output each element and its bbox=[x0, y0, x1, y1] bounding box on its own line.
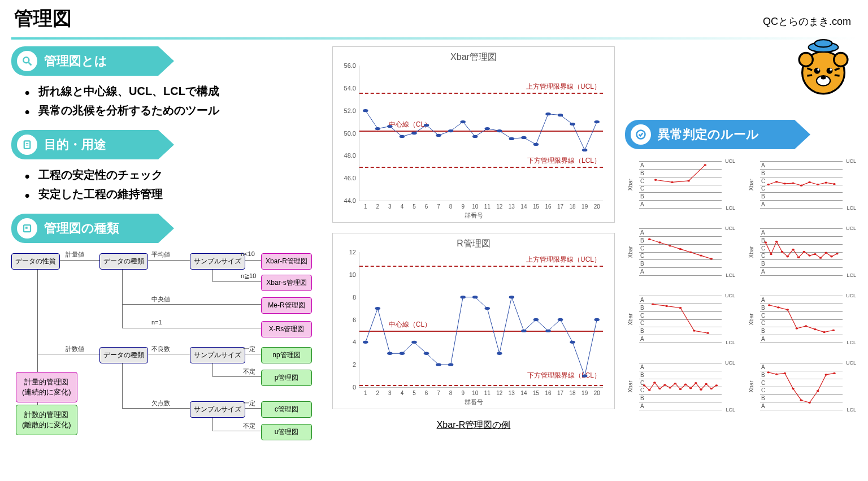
chart-title: R管理図 bbox=[340, 238, 607, 250]
edge-label: 平均値 bbox=[151, 250, 170, 259]
magnify-icon bbox=[17, 51, 37, 71]
svg-point-49 bbox=[834, 53, 848, 66]
svg-point-14 bbox=[448, 129, 453, 132]
svg-point-52 bbox=[814, 68, 821, 74]
svg-point-97 bbox=[706, 332, 709, 334]
svg-point-26 bbox=[594, 120, 599, 123]
svg-point-77 bbox=[700, 254, 702, 256]
svg-point-113 bbox=[679, 388, 682, 390]
heading-text: 目的・用途 bbox=[44, 136, 106, 153]
svg-point-115 bbox=[689, 387, 692, 389]
legend-quant: 計量的管理図(連続的に変化) bbox=[16, 372, 77, 402]
svg-point-8 bbox=[375, 127, 380, 130]
svg-point-102 bbox=[805, 325, 808, 327]
svg-point-38 bbox=[497, 352, 502, 355]
bullet: 異常の兆候を分析するためのツール bbox=[23, 101, 322, 120]
page-title: 管理図 bbox=[14, 6, 72, 32]
svg-point-17 bbox=[485, 127, 490, 130]
divider bbox=[11, 37, 857, 40]
edge-label: 計数値 bbox=[66, 345, 84, 353]
tree-node-datakind2: データの種類 bbox=[99, 347, 148, 363]
svg-point-46 bbox=[594, 318, 599, 321]
svg-point-74 bbox=[669, 245, 671, 246]
edge-label: 一定 bbox=[243, 345, 255, 353]
svg-point-71 bbox=[833, 183, 836, 185]
svg-point-106 bbox=[643, 384, 646, 386]
svg-point-88 bbox=[814, 253, 817, 255]
svg-point-64 bbox=[775, 181, 778, 183]
svg-point-48 bbox=[799, 53, 813, 66]
notebook-icon bbox=[17, 218, 37, 239]
tree-leaf-c: c管理図 bbox=[261, 401, 312, 418]
svg-point-72 bbox=[648, 239, 651, 240]
svg-point-89 bbox=[819, 257, 822, 259]
heading-text: 管理図とは bbox=[44, 53, 107, 70]
svg-point-33 bbox=[436, 363, 441, 366]
chart-title: Xbar管理図 bbox=[340, 51, 607, 63]
svg-point-75 bbox=[679, 248, 682, 250]
svg-point-86 bbox=[803, 251, 806, 253]
svg-point-90 bbox=[824, 252, 827, 254]
edge-label: 不定 bbox=[243, 367, 255, 376]
svg-point-51 bbox=[815, 40, 832, 47]
svg-point-23 bbox=[558, 114, 563, 116]
svg-point-127 bbox=[817, 390, 819, 392]
svg-point-78 bbox=[710, 258, 713, 259]
svg-point-63 bbox=[767, 184, 770, 185]
svg-point-15 bbox=[460, 120, 465, 123]
svg-point-73 bbox=[658, 241, 661, 243]
svg-point-87 bbox=[808, 254, 811, 256]
tree-node-sample3: サンプルサイズ bbox=[190, 401, 245, 418]
legend-count: 計数的管理図(離散的に変化) bbox=[16, 405, 77, 435]
svg-point-37 bbox=[485, 307, 490, 310]
svg-point-30 bbox=[400, 352, 405, 355]
svg-point-67 bbox=[800, 185, 803, 187]
svg-point-66 bbox=[792, 182, 795, 184]
svg-point-100 bbox=[786, 309, 789, 310]
svg-point-111 bbox=[669, 387, 671, 388]
svg-rect-6 bbox=[25, 227, 28, 229]
svg-point-105 bbox=[832, 330, 835, 331]
r-chart: R管理図 上方管理限界線（UCL） 中心線（CL） 下方管理限界線（LCL） 0… bbox=[332, 233, 615, 409]
edge-label: n≧10 bbox=[241, 272, 256, 280]
svg-point-103 bbox=[814, 328, 817, 330]
svg-point-126 bbox=[808, 402, 811, 404]
what-bullets: 折れ線と中心線、UCL、LCLで構成 異常の兆候を分析するためのツール bbox=[23, 81, 322, 120]
svg-point-62 bbox=[704, 164, 706, 166]
tree-leaf-p: p管理図 bbox=[261, 370, 312, 386]
svg-point-41 bbox=[533, 318, 539, 321]
rule-mini-chart: ABCCBAXbarUCLLCL bbox=[746, 289, 857, 349]
xlabel: 群番号 bbox=[340, 211, 607, 220]
bullet: 安定した工程の維持管理 bbox=[23, 184, 322, 203]
svg-point-43 bbox=[558, 318, 563, 321]
svg-point-76 bbox=[689, 252, 692, 253]
svg-line-1 bbox=[29, 63, 32, 66]
svg-point-54 bbox=[817, 68, 819, 71]
svg-point-59 bbox=[654, 179, 657, 181]
svg-point-25 bbox=[582, 149, 587, 151]
svg-point-11 bbox=[411, 132, 416, 135]
svg-point-13 bbox=[436, 134, 441, 137]
svg-point-83 bbox=[786, 255, 789, 257]
check-icon bbox=[631, 124, 651, 145]
tree-root: データの性質 bbox=[11, 253, 60, 270]
svg-point-109 bbox=[658, 388, 661, 389]
svg-point-95 bbox=[679, 307, 682, 309]
rule-mini-chart: ABCCBAXbarUCLLCL bbox=[625, 289, 736, 349]
svg-point-21 bbox=[533, 143, 539, 146]
svg-point-22 bbox=[545, 112, 550, 115]
svg-point-101 bbox=[796, 327, 798, 329]
tree-leaf-np: np管理図 bbox=[261, 347, 312, 363]
edge-label: n=1 bbox=[151, 319, 162, 326]
edge-label: 不定 bbox=[243, 422, 255, 430]
section-heading-purpose: 目的・用途 bbox=[11, 130, 158, 159]
rule-mini-chart: ABCCBAXbarUCLLCL bbox=[746, 357, 857, 416]
svg-point-42 bbox=[545, 330, 550, 332]
svg-point-27 bbox=[363, 341, 368, 344]
charts-caption: Xbar-R管理図の例 bbox=[332, 419, 615, 431]
tree-node-sample: サンプルサイズ bbox=[190, 253, 245, 270]
purpose-bullets: 工程の安定性のチェック 安定した工程の維持管理 bbox=[23, 165, 322, 203]
tree-leaf-xbars: Xbar-s管理図 bbox=[261, 275, 312, 291]
svg-point-0 bbox=[23, 57, 29, 63]
svg-point-61 bbox=[687, 180, 690, 181]
